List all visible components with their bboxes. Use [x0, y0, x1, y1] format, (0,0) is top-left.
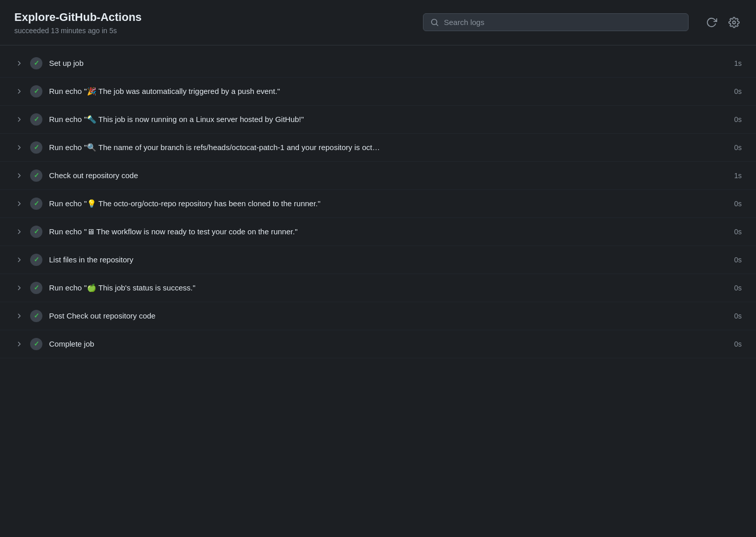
status-success-icon [30, 253, 43, 266]
chevron-right-icon [14, 228, 23, 235]
step-label: Run echo "🔦 This job is now running on a… [49, 115, 715, 124]
svg-point-0 [733, 21, 736, 24]
step-duration: 0s [721, 228, 742, 236]
step-row[interactable]: Check out repository code 1s [0, 162, 756, 190]
search-input[interactable] [444, 18, 681, 27]
status-success-icon [30, 309, 43, 323]
settings-icon [728, 17, 740, 28]
step-label: Check out repository code [49, 171, 715, 180]
step-duration: 1s [721, 172, 742, 180]
step-row[interactable]: List files in the repository 0s [0, 246, 756, 274]
step-duration: 0s [721, 312, 742, 320]
steps-list: Set up job 1s Run echo "🎉 The job was au… [0, 45, 756, 362]
chevron-right-icon [14, 144, 23, 151]
refresh-icon [706, 17, 717, 28]
search-bar[interactable] [423, 13, 689, 31]
status-success-icon [30, 225, 43, 238]
chevron-right-icon [14, 312, 23, 320]
step-label: Run echo "🍏 This job's status is success… [49, 283, 715, 292]
chevron-right-icon [14, 60, 23, 67]
step-duration: 0s [721, 256, 742, 264]
step-row[interactable]: Run echo "💡 The octo-org/octo-repo repos… [0, 190, 756, 218]
step-duration: 0s [721, 115, 742, 124]
step-row[interactable]: Complete job 0s [0, 330, 756, 358]
status-success-icon [30, 57, 43, 70]
chevron-right-icon [14, 172, 23, 179]
title-block: Explore-GitHub-Actions succeeded 13 minu… [14, 10, 157, 35]
step-label: Complete job [49, 339, 715, 348]
chevron-right-icon [14, 284, 23, 291]
step-duration: 0s [721, 340, 742, 348]
step-duration: 1s [721, 59, 742, 67]
header: Explore-GitHub-Actions succeeded 13 minu… [0, 0, 756, 45]
status-success-icon [30, 169, 43, 182]
step-label: List files in the repository [49, 255, 715, 264]
chevron-right-icon [14, 256, 23, 263]
step-row[interactable]: Post Check out repository code 0s [0, 302, 756, 330]
chevron-right-icon [14, 116, 23, 123]
refresh-button[interactable] [704, 15, 719, 30]
status-success-icon [30, 113, 43, 126]
step-label: Run echo "🔍 The name of your branch is r… [49, 143, 715, 152]
chevron-right-icon [14, 88, 23, 95]
page-subtitle: succeeded 13 minutes ago in 5s [14, 27, 157, 35]
status-success-icon [30, 141, 43, 154]
page-title: Explore-GitHub-Actions [14, 10, 157, 25]
step-label: Set up job [49, 59, 715, 67]
step-row[interactable]: Set up job 1s [0, 50, 756, 78]
step-label: Post Check out repository code [49, 311, 715, 320]
step-label: Run echo "🖥 The workflow is now ready to… [49, 227, 715, 236]
step-duration: 0s [721, 143, 742, 152]
chevron-right-icon [14, 340, 23, 348]
status-success-icon [30, 337, 43, 351]
header-actions [704, 15, 742, 30]
step-row[interactable]: Run echo "🍏 This job's status is success… [0, 274, 756, 302]
status-success-icon [30, 85, 43, 98]
status-success-icon [30, 281, 43, 295]
settings-button[interactable] [726, 15, 742, 30]
step-duration: 0s [721, 87, 742, 95]
step-label: Run echo "🎉 The job was automatically tr… [49, 87, 715, 96]
search-icon [431, 18, 439, 27]
step-row[interactable]: Run echo "🔦 This job is now running on a… [0, 106, 756, 134]
step-duration: 0s [721, 200, 742, 208]
status-success-icon [30, 197, 43, 210]
step-row[interactable]: Run echo "🎉 The job was automatically tr… [0, 78, 756, 106]
step-row[interactable]: Run echo "🔍 The name of your branch is r… [0, 134, 756, 162]
step-label: Run echo "💡 The octo-org/octo-repo repos… [49, 199, 715, 208]
step-duration: 0s [721, 284, 742, 292]
chevron-right-icon [14, 200, 23, 207]
step-row[interactable]: Run echo "🖥 The workflow is now ready to… [0, 218, 756, 246]
